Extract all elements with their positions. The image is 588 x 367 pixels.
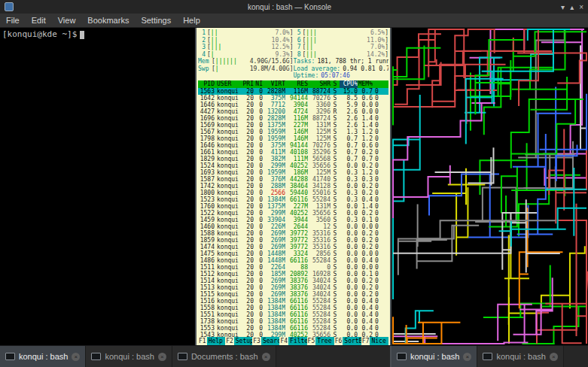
- process-row[interactable]: 1515konqui200269M3837634024S0.00.20: [198, 291, 388, 298]
- cell-mem: 0.0: [358, 108, 373, 115]
- process-row[interactable]: 1475konqui2001448M33242856S0.00.00: [198, 250, 388, 257]
- tab-close-icon[interactable]: ×: [463, 353, 471, 361]
- process-row[interactable]: 1829konqui200382M111M56568S0.70.70: [198, 156, 388, 162]
- process-row[interactable]: 1760konqui2001375M227M131MS0.01.40: [198, 203, 388, 210]
- col-header-time[interactable]: [373, 80, 380, 88]
- close-icon[interactable]: ×: [579, 3, 583, 11]
- tab-left-1[interactable]: konqui : bash×: [86, 346, 172, 367]
- cell-ni: 0: [254, 115, 263, 122]
- process-row[interactable]: 1567konqui2001959M146M125MS1.31.20: [198, 129, 388, 135]
- fkey-filter[interactable]: F4Filter: [279, 337, 306, 345]
- process-row[interactable]: 1563konqui2002828M116M88724S15.00.70: [198, 88, 388, 95]
- tab-left-2[interactable]: Documents : bash×: [172, 346, 276, 367]
- fkey-setup[interactable]: F2Setup: [225, 337, 252, 345]
- tab-left-0[interactable]: konqui : bash×: [0, 346, 86, 367]
- process-table[interactable]: 1563konqui2002828M116M88724S15.00.701642…: [198, 88, 388, 338]
- process-row[interactable]: 1646konqui200771239043360S5.90.00: [198, 102, 388, 108]
- process-row[interactable]: 1798konqui2001959M146M125MS0.71.20: [198, 135, 388, 142]
- menu-bookmarks[interactable]: Bookmarks: [81, 14, 135, 27]
- col-header-PRI[interactable]: PRI: [242, 80, 254, 88]
- cell-res: 227M: [285, 122, 308, 129]
- cell-xx: 0: [373, 250, 380, 257]
- col-header-VIRT[interactable]: VIRT: [263, 80, 285, 88]
- menu-settings[interactable]: Settings: [135, 14, 177, 27]
- menu-view[interactable]: View: [52, 14, 82, 27]
- process-row[interactable]: 1514konqui200269M3837634024S0.00.20: [198, 278, 388, 284]
- process-row[interactable]: 1859konqui200269M3977235316S0.00.20: [198, 237, 388, 244]
- col-header-S[interactable]: S: [331, 80, 340, 88]
- terminal-pane-left[interactable]: [konqui@kde ~]$: [0, 28, 195, 345]
- fkey-sortby[interactable]: F6SortBy: [334, 337, 361, 345]
- process-row[interactable]: 1693konqui2001959M186M125MS0.31.20: [198, 169, 388, 176]
- menu-edit[interactable]: Edit: [26, 14, 52, 27]
- swp-load-row: Swp[|19.8M/4.00G] Load average:0.94 0.81…: [198, 65, 388, 73]
- process-row[interactable]: 1523konqui2001384M6611655284S0.30.40: [198, 196, 388, 203]
- cell-virt: 1448M: [263, 257, 285, 264]
- cell-cpu: 0.7: [340, 149, 358, 156]
- process-row[interactable]: 1742konqui200288M3846434128S0.00.20: [198, 183, 388, 190]
- tab-close-icon[interactable]: ×: [550, 353, 558, 361]
- process-row[interactable]: 1587konqui200376M4428841740S0.30.30: [198, 176, 388, 183]
- col-header-RES[interactable]: RES: [285, 80, 308, 88]
- process-row[interactable]: 4427konqui2001320047243296R2.60.00: [198, 108, 388, 115]
- process-row[interactable]: 1543konqui200299M4025235656S0.00.20: [198, 332, 388, 338]
- htop-pane[interactable]: 1[||7.0%]5[|||6.5%]2[||10.4%]6[|||11.0%]…: [195, 28, 391, 345]
- process-row[interactable]: 1569konqui2001375M227M131MS2.61.40: [198, 122, 388, 129]
- process-row[interactable]: 1474konqui200269M3977235316S0.00.20: [198, 244, 388, 250]
- tab-close-icon[interactable]: ×: [72, 353, 80, 361]
- cell-cpu: 1.3: [340, 129, 358, 135]
- process-row[interactable]: 1512konqui200185M2089216928S0.00.10: [198, 271, 388, 278]
- process-row[interactable]: 1522konqui200299M4025235656S0.00.20: [198, 210, 388, 217]
- process-row[interactable]: 1516konqui2001384M6611655284S0.00.40: [198, 298, 388, 305]
- fkey-search[interactable]: F3Search: [252, 337, 279, 345]
- process-row[interactable]: 1738konqui2001384M6611655284S0.00.40: [198, 318, 388, 325]
- col-header-CPU%[interactable]: CPU%: [340, 80, 358, 88]
- fkey-tree[interactable]: F5Tree: [307, 337, 334, 345]
- cell-pid: 1696: [198, 115, 215, 122]
- process-row[interactable]: 1800konqui20025665944055016S0.30.20: [198, 190, 388, 196]
- process-row[interactable]: 1511konqui2002264880S0.00.00: [198, 264, 388, 271]
- tasks-line: Tasks:181, 788 thr; 1 runni: [294, 58, 389, 65]
- cell-cpu: 0.3: [340, 190, 358, 196]
- cell-mem: 0.2: [358, 210, 373, 217]
- maximize-icon[interactable]: ▴: [570, 3, 574, 11]
- col-header-USER[interactable]: USER: [215, 80, 242, 88]
- process-row[interactable]: 1486konqui2001448M6611655284S0.00.40: [198, 257, 388, 264]
- process-row[interactable]: 1642konqui200375M9414470276S8.50.60: [198, 95, 388, 102]
- tab-right-0[interactable]: konqui : bash×: [391, 346, 477, 367]
- process-row[interactable]: 1661konqui200411M4010835296S0.70.20: [198, 149, 388, 156]
- mem-tasks-row: Mem[||||||4.90G/15.6G] Tasks:181, 788 th…: [198, 58, 388, 65]
- col-header-MEM%[interactable]: MEM%: [358, 80, 373, 88]
- process-row[interactable]: 1696konqui2002828M116M88724S2.61.40: [198, 115, 388, 122]
- tab-close-icon[interactable]: ×: [262, 353, 270, 361]
- menu-help[interactable]: Help: [177, 14, 206, 27]
- cell-virt: 411M: [263, 149, 285, 156]
- process-row[interactable]: 1524konqui200299M4025235656S0.00.20: [198, 162, 388, 169]
- process-row[interactable]: 1513konqui200269M3837634024S0.00.20: [198, 284, 388, 291]
- process-row[interactable]: 1588konqui200269M3977235316S0.00.20: [198, 230, 388, 237]
- process-row[interactable]: 1460konqui200226M264412S0.00.00: [198, 223, 388, 230]
- cell-cpu: 2.6: [340, 122, 358, 129]
- cell-pid: 1588: [198, 230, 215, 237]
- cpu-meter-7: 7[||7.0%]: [294, 44, 389, 51]
- process-row[interactable]: 1553konqui2001384M6611655284S0.00.40: [198, 325, 388, 332]
- minimize-icon[interactable]: ▾: [561, 3, 565, 11]
- pipes-pane[interactable]: [391, 28, 588, 345]
- process-row[interactable]: 1551konqui2001384M6611655284S0.00.40: [198, 311, 388, 318]
- process-table-header[interactable]: PIDUSERPRINIVIRTRESSHRSCPU%MEM%: [198, 80, 388, 88]
- col-header-SHR[interactable]: SHR: [308, 80, 331, 88]
- cell-res: 39772: [285, 237, 308, 244]
- process-row[interactable]: 1558konqui2001384M6611655284S0.00.40: [198, 305, 388, 311]
- process-row[interactable]: 1459konqui2003390439443560S0.30.10: [198, 217, 388, 223]
- tab-right-1[interactable]: konqui : bash×: [477, 346, 563, 367]
- col-header-PID[interactable]: PID: [198, 80, 215, 88]
- fkey-nice[interactable]: F7Nice -: [361, 337, 388, 345]
- col-header-NI[interactable]: NI: [254, 80, 263, 88]
- fkey-number: F4: [279, 337, 288, 345]
- cell-pri: 20: [242, 183, 254, 190]
- cell-st: S: [331, 210, 340, 217]
- process-row[interactable]: 1646konqui200375M9414470276S0.70.60: [198, 142, 388, 149]
- fkey-help[interactable]: F1Help: [198, 337, 225, 345]
- tab-close-icon[interactable]: ×: [158, 353, 166, 361]
- menu-file[interactable]: File: [0, 14, 26, 27]
